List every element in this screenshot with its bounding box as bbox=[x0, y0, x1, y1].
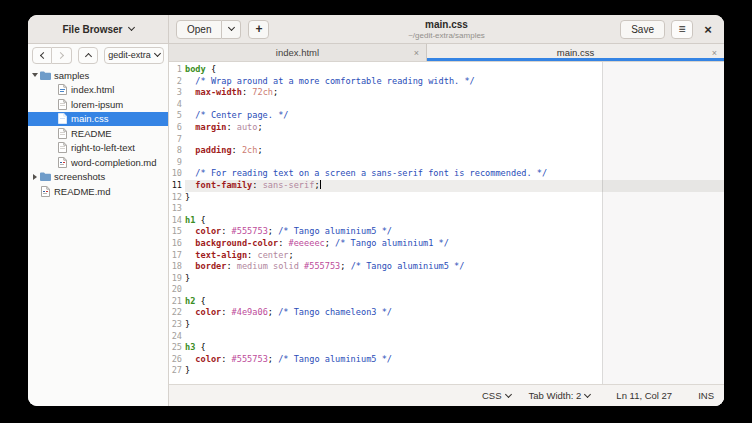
code-line[interactable]: text-align: center; bbox=[185, 250, 724, 262]
code-line[interactable] bbox=[185, 203, 724, 215]
code-line[interactable]: /* For reading text on a screen a sans-s… bbox=[185, 168, 724, 180]
file-tree: samplesindex.htmllorem-ipsummain.cssREAD… bbox=[28, 66, 168, 406]
cursor-position-label: Ln 11, Col 27 bbox=[616, 390, 672, 401]
code-line[interactable]: font-family: sans-serif; bbox=[185, 180, 724, 192]
headerbar: File Browser Open + main.css ~/gedit-ext… bbox=[28, 15, 724, 44]
code-line[interactable]: /* Center page. */ bbox=[185, 110, 724, 122]
tree-item-label: lorem-ipsum bbox=[71, 99, 123, 110]
code-view[interactable]: body { /* Wrap around at a more comforta… bbox=[185, 62, 724, 384]
code-line[interactable]: } bbox=[185, 192, 724, 204]
code-line[interactable]: padding: 2ch; bbox=[185, 145, 724, 157]
tree-item-word-completion.md[interactable]: word-completion.md bbox=[28, 155, 168, 170]
line-number: 10 bbox=[169, 168, 182, 180]
text-editor[interactable]: 1234567891011121314151617181920212223242… bbox=[169, 62, 724, 384]
code-line[interactable] bbox=[185, 284, 724, 296]
line-number: 11 bbox=[169, 180, 182, 192]
tab-width-dropdown[interactable]: Tab Width: 2 bbox=[529, 390, 591, 401]
file-icon bbox=[56, 84, 68, 95]
tab-label: index.html bbox=[276, 47, 319, 58]
chevron-down-icon bbox=[584, 390, 591, 397]
tree-item-README[interactable]: README bbox=[28, 126, 168, 141]
code-line[interactable]: margin: auto; bbox=[185, 122, 724, 134]
line-number: 26 bbox=[169, 354, 182, 366]
line-number: 20 bbox=[169, 284, 182, 296]
location-dropdown[interactable]: gedit-extra bbox=[104, 47, 164, 64]
file-icon bbox=[39, 186, 51, 197]
tree-item-samples[interactable]: samples bbox=[28, 68, 168, 83]
tab-main-css[interactable]: main.css × bbox=[427, 44, 724, 61]
hamburger-menu-button[interactable]: ≡ bbox=[671, 20, 693, 39]
chevron-down-icon bbox=[504, 390, 511, 397]
code-line[interactable] bbox=[185, 331, 724, 343]
tree-item-README.md[interactable]: README.md bbox=[28, 184, 168, 199]
forward-button[interactable] bbox=[52, 47, 72, 64]
history-button-group bbox=[32, 47, 72, 64]
code-line[interactable]: color: #555753; /* Tango aluminium5 */ bbox=[185, 354, 724, 366]
file-icon bbox=[56, 113, 68, 124]
code-line[interactable]: color: #555753; /* Tango aluminium5 */ bbox=[185, 226, 724, 238]
file-icon bbox=[56, 128, 68, 139]
code-line[interactable]: color: #4e9a06; /* Tango chameleon3 */ bbox=[185, 307, 724, 319]
line-number: 1 bbox=[169, 64, 182, 76]
file-icon bbox=[56, 157, 68, 168]
line-number-gutter[interactable]: 1234567891011121314151617181920212223242… bbox=[169, 62, 185, 384]
panel-switcher-button[interactable]: File Browser bbox=[55, 21, 140, 38]
line-number: 25 bbox=[169, 342, 182, 354]
line-number: 15 bbox=[169, 226, 182, 238]
headerbar-panel-section: File Browser bbox=[28, 15, 169, 43]
tree-item-label: screenshots bbox=[54, 171, 105, 182]
window-title-block: main.css ~/gedit-extra/samples bbox=[408, 19, 485, 40]
code-line[interactable]: border: medium solid #555753; /* Tango a… bbox=[185, 261, 724, 273]
code-line[interactable] bbox=[185, 134, 724, 146]
open-recent-dropdown-button[interactable] bbox=[222, 20, 241, 39]
new-tab-button[interactable]: + bbox=[248, 20, 269, 39]
tree-item-lorem-ipsum[interactable]: lorem-ipsum bbox=[28, 97, 168, 112]
tab-close-icon[interactable]: × bbox=[414, 48, 419, 57]
code-line[interactable]: h2 { bbox=[185, 296, 724, 308]
tab-index-html[interactable]: index.html × bbox=[169, 44, 427, 61]
code-line[interactable]: h1 { bbox=[185, 215, 724, 227]
parent-folder-button[interactable] bbox=[78, 47, 98, 64]
tab-bar: index.html × main.css × bbox=[169, 44, 724, 62]
expander-open-icon[interactable] bbox=[32, 73, 38, 77]
window-close-button[interactable]: × bbox=[699, 20, 717, 38]
save-button[interactable]: Save bbox=[620, 20, 665, 39]
line-number: 7 bbox=[169, 134, 182, 146]
tree-item-main.css[interactable]: main.css bbox=[28, 112, 168, 127]
code-line[interactable] bbox=[185, 99, 724, 111]
tree-item-screenshots[interactable]: screenshots bbox=[28, 170, 168, 185]
expander-closed-icon[interactable] bbox=[33, 174, 37, 180]
code-line[interactable]: /* Wrap around at a more comfortable rea… bbox=[185, 76, 724, 88]
content-area: gedit-extra samplesindex.htmllorem-ipsum… bbox=[28, 44, 724, 406]
code-line[interactable]: } bbox=[185, 319, 724, 331]
file-browser-panel: gedit-extra samplesindex.htmllorem-ipsum… bbox=[28, 44, 169, 406]
line-number: 19 bbox=[169, 273, 182, 285]
window-subtitle: ~/gedit-extra/samples bbox=[408, 30, 485, 39]
language-dropdown[interactable]: CSS bbox=[482, 390, 511, 401]
line-number: 17 bbox=[169, 250, 182, 262]
open-button[interactable]: Open bbox=[176, 20, 222, 39]
tree-item-right-to-left-text[interactable]: right-to-left-text bbox=[28, 141, 168, 156]
text-cursor bbox=[320, 180, 321, 190]
code-line[interactable]: } bbox=[185, 365, 724, 377]
code-line[interactable]: body { bbox=[185, 64, 724, 76]
code-line[interactable]: background-color: #eeeeec; /* Tango alum… bbox=[185, 238, 724, 250]
folder-icon bbox=[39, 172, 51, 181]
tree-item-label: samples bbox=[54, 70, 89, 81]
file-icon bbox=[56, 99, 68, 110]
code-line[interactable]: h3 { bbox=[185, 342, 724, 354]
headerbar-main-section: Open + main.css ~/gedit-extra/samples Sa… bbox=[169, 15, 724, 43]
code-line[interactable]: } bbox=[185, 273, 724, 285]
chevron-right-icon bbox=[57, 51, 64, 58]
code-line[interactable]: max-width: 72ch; bbox=[185, 87, 724, 99]
line-number: 5 bbox=[169, 110, 182, 122]
line-number: 4 bbox=[169, 99, 182, 111]
tab-close-icon[interactable]: × bbox=[712, 48, 717, 57]
tab-width-label: Tab Width: 2 bbox=[529, 390, 582, 401]
tree-item-index.html[interactable]: index.html bbox=[28, 83, 168, 98]
insert-mode-label: INS bbox=[698, 390, 714, 401]
code-line[interactable] bbox=[185, 157, 724, 169]
chevron-down-icon bbox=[154, 50, 161, 57]
headerbar-actions: Save ≡ × bbox=[620, 15, 717, 43]
back-button[interactable] bbox=[32, 47, 52, 64]
